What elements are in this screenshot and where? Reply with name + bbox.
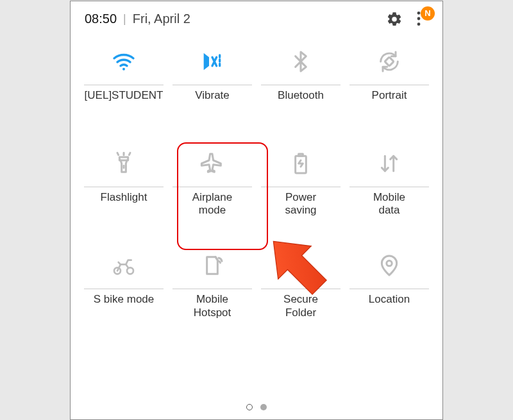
quick-tiles-grid: [UEL]STUDENT Vibrate Bluetooth Portrait [71,32,442,320]
hotspot-icon [168,248,256,283]
page-indicator[interactable] [71,404,442,410]
status-divider: | [123,12,126,26]
data-arrows-icon [345,146,433,181]
flashlight-icon [80,146,168,181]
svg-point-0 [417,11,421,14]
tile-flashlight[interactable]: Flashlight [80,146,168,217]
tile-label: Mobile Hotspot [190,293,235,319]
svg-point-13 [127,268,133,274]
tile-securefolder[interactable]: Secure Folder [256,248,345,319]
tile-sbike[interactable]: S bike mode [80,248,168,319]
tile-portrait[interactable]: Portrait [345,44,433,115]
tile-label: [UEL]STUDENT [81,89,167,115]
tile-airplane[interactable]: Airplane mode [168,146,256,217]
clock-date: Fri, April 2 [133,12,190,26]
tile-mobiledata[interactable]: Mobile data [345,146,433,217]
svg-rect-11 [299,154,303,156]
clock-time: 08:50 [85,12,117,26]
settings-icon[interactable] [386,11,403,28]
notification-badge: N [421,6,435,21]
svg-rect-4 [385,56,394,65]
tile-vibrate[interactable]: Vibrate [168,44,256,115]
tile-label: Location [365,293,414,319]
svg-point-15 [299,268,301,270]
tile-label: Vibrate [191,89,233,115]
svg-point-3 [122,67,125,70]
tile-label: Bluetooth [274,89,328,115]
quick-settings-panel: 08:50 | Fri, April 2 N [UEL]STUDENT [70,1,443,420]
tile-label: Mobile data [369,191,409,217]
more-menu[interactable]: N [414,10,428,28]
tile-label: Secure Folder [280,293,322,319]
tile-location[interactable]: Location [345,248,433,319]
vibrate-icon [168,44,256,80]
svg-point-2 [417,22,421,26]
tile-wifi[interactable]: [UEL]STUDENT [80,44,168,115]
bluetooth-icon [256,44,345,80]
pager-dot-0[interactable] [246,404,253,410]
pager-dot-1[interactable] [260,404,267,410]
rotate-icon [345,44,433,80]
tile-label: Portrait [368,89,411,115]
tile-bluetooth[interactable]: Bluetooth [256,44,345,115]
tile-label: Airplane mode [189,191,236,217]
tile-label: Flashlight [97,191,151,217]
battery-recycle-icon [256,146,345,181]
svg-line-7 [117,153,119,155]
location-icon [345,248,433,283]
tile-hotspot[interactable]: Mobile Hotspot [168,248,256,319]
svg-point-1 [417,17,421,20]
tile-label: Power saving [281,191,320,217]
tile-powersave[interactable]: Power saving [256,146,345,217]
lock-icon [256,248,345,283]
status-bar: 08:50 | Fri, April 2 N [71,1,442,32]
motorcycle-icon [80,248,168,283]
svg-rect-10 [296,156,307,173]
tile-label: S bike mode [90,293,158,319]
svg-point-16 [387,261,392,266]
wifi-icon [80,44,168,80]
svg-line-9 [129,153,130,155]
airplane-icon [168,146,256,181]
